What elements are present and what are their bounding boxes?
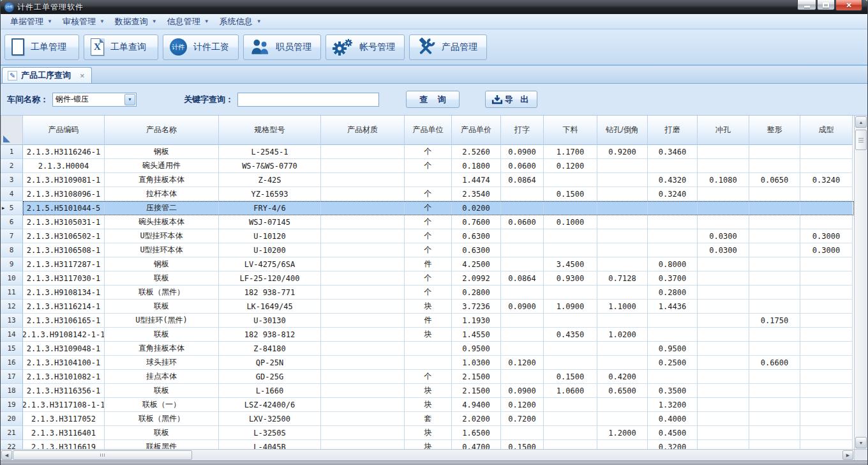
export-button[interactable]: 导 出 xyxy=(485,91,537,108)
table-row[interactable]: 22.1.3.H0004碗头通用件WS-7&WS-0770个0.18000.06… xyxy=(1,159,854,173)
vertical-scroll-thumb[interactable] xyxy=(855,130,867,150)
table-row[interactable]: 62.1.3.H3105031-1碗头挂板本体WSJ-07145个0.76000… xyxy=(1,215,854,229)
account-manage-button[interactable]: 帐号管理 xyxy=(326,34,405,60)
scroll-down-button[interactable]: ▼ xyxy=(855,437,867,448)
row-number-cell[interactable]: 17 xyxy=(1,370,23,384)
table-row[interactable]: 152.1.3.H3109048-1直角挂板本体Z-841800.95000.9… xyxy=(1,342,854,356)
chevron-down-icon[interactable]: ▼ xyxy=(124,94,135,105)
column-header-7[interactable]: 下料 xyxy=(544,116,597,145)
table-cell xyxy=(597,286,648,300)
table-row[interactable]: 82.1.3.H3106508-1U型挂环本体U-10200个0.63000.0… xyxy=(1,243,854,257)
table-row[interactable]: 12.1.3.H3116246-1钢板L-2545-1个2.52600.0900… xyxy=(1,145,854,159)
table-row[interactable]: 72.1.3.H3106502-1U型挂环本体U-10120个0.63000.0… xyxy=(1,229,854,243)
row-number-cell[interactable]: 16 xyxy=(1,356,23,370)
table-row[interactable]: 142.1.3.H9108142-1-1联板182 938-812块1.4550… xyxy=(1,328,854,342)
column-header-10[interactable]: 冲孔 xyxy=(698,116,749,145)
table-cell: 2.1.5.H5101044-5 xyxy=(23,201,105,215)
staff-manage-button[interactable]: 职员管理 xyxy=(243,34,321,60)
table-row[interactable]: 42.1.3.H3108096-1拉杆本体YZ-16593个2.35400.15… xyxy=(1,187,854,201)
row-number-cell[interactable]: 11 xyxy=(1,286,23,300)
column-header-3[interactable]: 产品材质 xyxy=(321,116,405,145)
table-cell: 0.1200 xyxy=(501,398,544,412)
menu-item-2[interactable]: 数据查询▼ xyxy=(110,15,163,29)
table-row[interactable]: 182.1.3.H3116356-1联板L-1660块2.15000.09001… xyxy=(1,384,854,398)
menu-item-3[interactable]: 信息管理▼ xyxy=(163,15,215,29)
column-header-1[interactable]: 产品名称 xyxy=(105,116,219,145)
row-number-cell[interactable]: 13 xyxy=(1,314,23,328)
minimize-button[interactable] xyxy=(797,0,816,10)
row-number-cell[interactable]: 3 xyxy=(1,173,23,187)
table-cell xyxy=(544,426,597,440)
column-header-8[interactable]: 钻孔/倒角 xyxy=(597,116,648,145)
product-manage-button[interactable]: 产品管理 xyxy=(409,34,487,60)
table-row[interactable]: 162.1.3.H3104100-1球头挂环QP-25N1.03000.1200… xyxy=(1,356,854,370)
vertical-scrollbar[interactable]: ▲ ▼ xyxy=(854,116,867,449)
row-number-cell[interactable]: ▶5 xyxy=(1,201,23,215)
tool-button-label: 帐号管理 xyxy=(359,42,395,53)
query-button[interactable]: 查 询 xyxy=(406,91,460,108)
row-cells: 2.1.3.H3116214-1联板LK-1649/45块3.72360.090… xyxy=(23,300,854,314)
table-row[interactable]: 32.1.3.H3109081-1直角挂板本体Z-42S1.44740.0864… xyxy=(1,173,854,187)
table-row[interactable]: 212.1.3.H3116401联板L-3250S块1.65001.20000.… xyxy=(1,426,854,440)
table-row[interactable]: 172.1.3.H3101082-1挂点本体GD-25G个2.15000.150… xyxy=(1,370,854,384)
select-all-corner-cell[interactable] xyxy=(1,116,23,145)
row-number-cell[interactable]: 14 xyxy=(1,328,23,342)
row-number-cell[interactable]: 10 xyxy=(1,271,23,286)
table-cell xyxy=(698,356,749,370)
column-header-2[interactable]: 规格型号 xyxy=(219,116,321,145)
column-header-12[interactable]: 成型 xyxy=(800,116,853,145)
row-number-cell[interactable]: 21 xyxy=(1,426,23,440)
row-number-cell[interactable]: 15 xyxy=(1,342,23,356)
scroll-up-button[interactable]: ▲ xyxy=(855,116,867,128)
scroll-left-button[interactable]: ◀ xyxy=(1,450,12,460)
workshop-select[interactable]: 钢件-锻压 ▼ xyxy=(52,93,137,107)
table-row[interactable]: 112.1.3.H9108134-1联板（黑件）182 938-771个0.28… xyxy=(1,286,854,300)
tab-product-process-query[interactable]: ✎ 产品工序查询 × xyxy=(2,67,92,83)
menu-item-1[interactable]: 审核管理▼ xyxy=(58,15,110,29)
column-header-6[interactable]: 打字 xyxy=(501,116,544,145)
menu-item-4[interactable]: 系统信息▼ xyxy=(215,15,267,29)
menu-item-0[interactable]: 单据管理▼ xyxy=(6,15,58,29)
table-row[interactable]: 122.1.3.H3116214-1联板LK-1649/45块3.72360.0… xyxy=(1,300,854,314)
table-cell: 碗头挂板本体 xyxy=(105,215,219,229)
table-row[interactable]: 192.1.3.H3117108-1-1联板（一）LSZ-42400/6块4.9… xyxy=(1,398,854,412)
row-number-cell[interactable]: 4 xyxy=(1,187,23,201)
row-number-cell[interactable]: 7 xyxy=(1,229,23,243)
row-number-cell[interactable]: 1 xyxy=(1,145,23,159)
column-header-4[interactable]: 产品单位 xyxy=(405,116,452,145)
table-row[interactable]: 132.1.3.H3106165-1U型挂环(黑件)U-30130件1.1930… xyxy=(1,314,854,328)
row-number-cell[interactable]: 2 xyxy=(1,159,23,173)
piecework-wage-button[interactable]: 计件 计件工资 xyxy=(163,34,239,60)
row-cells: 2.1.3.H3109048-1直角挂板本体Z-841800.95000.950… xyxy=(23,342,854,356)
row-number-cell[interactable]: 22 xyxy=(1,440,23,449)
row-number-cell[interactable]: 9 xyxy=(1,257,23,271)
table-row[interactable]: 92.1.3.H3117287-1钢板LV-4275/6SA件4.25003.4… xyxy=(1,257,854,271)
column-header-11[interactable]: 整形 xyxy=(749,116,800,145)
row-number-cell[interactable]: 18 xyxy=(1,384,23,398)
keyword-input[interactable] xyxy=(237,93,379,107)
column-header-9[interactable]: 打磨 xyxy=(648,116,698,145)
table-row[interactable]: 102.1.3.H3117030-1联板LF-25-120/400个2.0992… xyxy=(1,271,854,286)
close-button[interactable]: ✕ xyxy=(835,0,862,11)
table-cell: 个 xyxy=(405,271,452,286)
table-row[interactable]: 202.1.3.H3117052联板（黑件）LXV-32500套2.02000.… xyxy=(1,412,854,426)
column-header-5[interactable]: 产品单价 xyxy=(452,116,501,145)
table-cell xyxy=(544,398,597,412)
table-cell xyxy=(800,145,853,159)
table-row[interactable]: 222.1.3.H3116619联板黑件L-4045B块0.47000.1500… xyxy=(1,440,854,449)
row-number-cell[interactable]: 12 xyxy=(1,300,23,314)
maximize-button[interactable] xyxy=(817,0,835,10)
row-number-cell[interactable]: 8 xyxy=(1,243,23,257)
horizontal-scrollbar[interactable]: ◀ ▶ xyxy=(1,449,867,461)
column-header-0[interactable]: 产品编码 xyxy=(23,116,105,145)
work-order-query-button[interactable]: X 工单查询 xyxy=(84,34,158,60)
title-bar[interactable]: 计件 计件工单管理软件 ✕ xyxy=(1,0,867,14)
table-row[interactable]: ▶52.1.5.H5101044-5压接管二FRY-4/6个0.0200 xyxy=(1,201,854,215)
horizontal-scroll-thumb[interactable] xyxy=(13,450,192,460)
row-number-cell[interactable]: 19 xyxy=(1,398,23,412)
row-number-cell[interactable]: 6 xyxy=(1,215,23,229)
row-number-cell[interactable]: 20 xyxy=(1,412,23,426)
tab-close-icon[interactable]: × xyxy=(80,72,85,80)
scroll-right-button[interactable]: ▶ xyxy=(842,450,853,460)
work-order-manage-button[interactable]: 工单管理 xyxy=(4,34,79,60)
